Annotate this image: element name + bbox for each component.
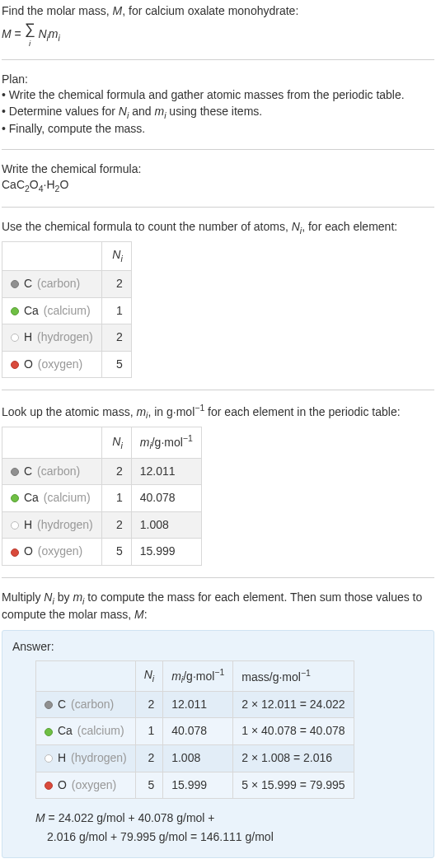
element-name: (oxygen) [72,778,116,791]
mass-heading-pre: Look up the atomic mass, [2,405,136,418]
element-symbol: H [58,751,66,764]
intro-text: Find the molar mass, M, for calcium oxal… [2,3,434,20]
chem-formula: CaC2O4·H2O [2,177,434,194]
count-col-element [2,242,102,270]
ans-col-ni: Ni [135,660,162,691]
chem-p3: O [59,178,68,191]
count-col-ni: Ni [101,242,131,270]
chem-p1: CaC [2,178,25,191]
ni-cell: 5 [101,539,131,566]
ans-col-element [36,660,136,691]
element-cell: C (carbon) [2,458,102,485]
ni-cell: 2 [135,691,162,718]
chem-p2: O [30,178,39,191]
multiply-section: Multiply Ni by mi to compute the mass fo… [2,590,434,623]
ni-cell: 2 [135,744,162,772]
plan-b2-post: using these items. [166,105,262,118]
element-symbol: Ca [58,724,73,737]
mult-pre: Multiply [2,590,44,604]
table-row: O (oxygen)5 [2,351,132,378]
element-swatch-icon [45,728,53,736]
element-symbol: C [24,277,32,290]
atom-count-table: Ni C (carbon)2Ca (calcium)1H (hydrogen)2… [2,241,132,378]
ni-cell: 1 [101,297,131,324]
mass-heading: Look up the atomic mass, mi, in g·mol−1 … [2,402,434,422]
eq-lhs: M [2,26,12,40]
table-row: Ca (calcium)140.0781 × 40.078 = 40.078 [36,718,354,745]
element-swatch-icon [11,280,19,288]
count-heading-N: N [292,220,300,233]
answer-table: Ni mi/g·mol−1 mass/g·mol−1 C (carbon)212… [35,660,354,800]
element-name: (calcium) [44,491,91,504]
element-swatch-icon [45,782,53,790]
table-row: O (oxygen)515.999 [2,539,202,566]
element-symbol: O [58,778,67,791]
ni-cell: 2 [101,511,131,539]
mi-cell: 1.008 [163,744,233,772]
element-cell: C (carbon) [2,270,102,297]
element-name: (hydrogen) [37,518,93,531]
element-swatch-icon [45,754,53,763]
element-symbol: Ca [24,304,39,317]
plan-bullet-1: • Write the chemical formula and gather … [2,87,434,104]
eq-mi: m [49,26,59,40]
plan-heading: Plan: [2,72,434,88]
mass-cell: 1 × 40.078 = 40.078 [233,718,354,745]
element-cell: Ca (calcium) [36,718,136,745]
mult-M: M [134,608,144,621]
divider [2,577,434,578]
eq-mi-sub: i [59,32,60,42]
element-name: (calcium) [77,724,124,737]
ni-cell: 2 [101,270,131,297]
mass-cell: 5 × 15.999 = 79.995 [233,772,354,799]
mass-col-ni: Ni [101,427,131,458]
element-swatch-icon [11,548,19,557]
mult-post2: : [144,608,148,621]
table-row: H (hydrogen)21.008 [2,511,202,539]
element-cell: O (oxygen) [2,539,102,566]
plan-bullet-3: • Finally, compute the mass. [2,121,434,138]
element-cell: H (hydrogen) [2,324,102,352]
element-cell: O (oxygen) [36,772,136,799]
element-name: (oxygen) [38,544,82,558]
intro-pre: Find the molar mass, [2,4,113,17]
intro-section: Find the molar mass, M, for calcium oxal… [2,3,434,48]
count-heading-post: , for each element: [302,220,397,233]
element-symbol: H [24,330,32,343]
table-row: H (hydrogen)2 [2,324,132,352]
mass-cell: 2 × 12.011 = 24.022 [233,691,354,718]
element-name: (oxygen) [38,357,82,371]
table-row: C (carbon)212.011 [2,458,202,485]
mass-heading-m: m [136,405,146,418]
element-symbol: O [24,357,33,371]
element-swatch-icon [11,494,19,502]
intro-M: M [113,4,123,17]
mi-cell: 15.999 [131,539,201,566]
mi-cell: 40.078 [131,485,201,512]
element-cell: C (carbon) [36,691,136,718]
ni-cell: 5 [135,772,162,799]
answer-box: Answer: Ni mi/g·mol−1 mass/g·mol−1 C (ca… [2,630,434,858]
element-symbol: C [24,464,32,478]
element-cell: H (hydrogen) [2,511,102,539]
ni-cell: 1 [101,485,131,512]
mi-cell: 12.011 [131,458,201,485]
ni-cell: 2 [101,458,131,485]
element-swatch-icon [11,521,19,530]
res-line1: = 24.022 g/mol + 40.078 g/mol + [45,811,215,824]
element-cell: H (hydrogen) [36,744,136,772]
element-cell: O (oxygen) [2,351,102,378]
chem-heading: Write the chemical formula: [2,161,434,178]
ni-cell: 1 [135,718,162,745]
element-name: (carbon) [37,277,80,290]
count-heading-pre: Use the chemical formula to count the nu… [2,220,292,233]
plan-b2-mi: m [154,105,164,118]
eq-eq: = [12,26,25,40]
plan-bullet-2: • Determine values for Ni and mi using t… [2,104,434,121]
element-swatch-icon [45,701,53,709]
plan-section: Plan: • Write the chemical formula and g… [2,72,434,138]
mass-col-element [2,427,102,458]
plan-b2-pre: • Determine values for [2,105,119,118]
element-symbol: O [24,544,33,558]
divider [2,207,434,208]
